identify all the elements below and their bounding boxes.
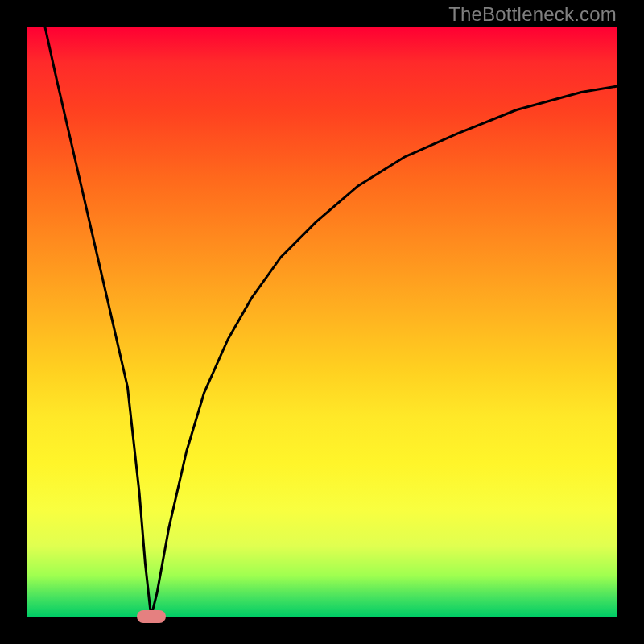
chart-container: TheBottleneck.com [0, 0, 644, 644]
bottleneck-curve [27, 27, 617, 617]
watermark-text: TheBottleneck.com [448, 3, 617, 26]
plot-area [27, 27, 617, 617]
minimum-marker [137, 610, 166, 623]
